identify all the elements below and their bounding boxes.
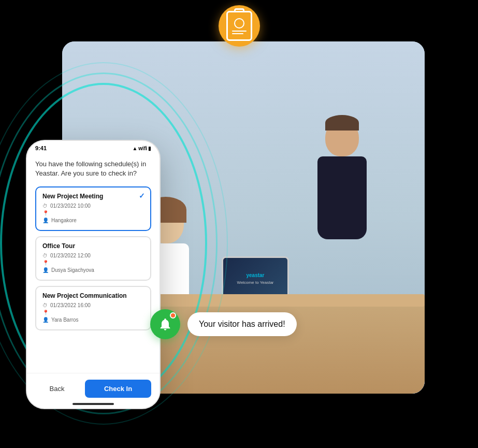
bell-icon	[150, 309, 180, 339]
badge-icon	[226, 11, 252, 41]
phone-time: 9:41	[35, 145, 47, 151]
signal-icon: ▲	[132, 146, 137, 151]
schedule-title-2: Office Tour	[42, 242, 144, 250]
bell-notification-dot	[170, 312, 176, 319]
bell-svg	[158, 317, 172, 331]
schedule-card-1[interactable]: New Project Meeting ⏱ 01/23/2022 10:00 📍…	[35, 186, 151, 231]
clock-icon-2: ⏱	[42, 253, 48, 258]
location-icon-1: 📍	[42, 210, 49, 216]
schedule-date-2: ⏱ 01/23/2022 12:00	[42, 253, 144, 258]
wifi-icon: wifi	[138, 146, 147, 151]
notification-container: Your visitor has arrived!	[150, 309, 297, 339]
clock-icon-1: ⏱	[42, 203, 48, 209]
location-icon-2: 📍	[42, 260, 49, 266]
schedule-location-1: 📍	[42, 210, 144, 216]
phone-mockup: 9:41 ▲ wifi ▮ You have the following sch…	[26, 140, 161, 409]
schedule-host-3: 👤 Yara Barros	[42, 317, 144, 323]
phone-status-bar: 9:41 ▲ wifi ▮	[27, 141, 160, 153]
person-icon-2: 👤	[42, 267, 49, 273]
location-icon-3: 📍	[42, 310, 49, 315]
schedule-location-2: 📍	[42, 260, 144, 266]
badge-icon-container	[219, 5, 260, 47]
battery-icon: ▮	[148, 146, 151, 151]
back-button[interactable]: Back	[35, 380, 79, 398]
schedule-title-3: New Project Communication	[42, 292, 144, 299]
schedule-date-3: ⏱ 01/23/2022 16:00	[42, 302, 144, 308]
schedule-host-1: 👤 Hangakore	[42, 218, 144, 223]
phone-content: You have the following schedule(s) in Ye…	[27, 153, 160, 342]
schedule-host-2: 👤 Dusya Sigachyova	[42, 267, 144, 273]
phone-title: You have the following schedule(s) in Ye…	[35, 160, 151, 178]
schedule-location-3: 📍	[42, 310, 144, 315]
clock-icon-3: ⏱	[42, 302, 48, 308]
phone-signal: ▲ wifi ▮	[132, 146, 151, 151]
schedule-date-1: ⏱ 01/23/2022 10:00	[42, 203, 144, 209]
notification-message: Your visitor has arrived!	[187, 312, 297, 336]
phone-home-indicator	[73, 403, 114, 405]
checkin-button[interactable]: Check In	[85, 380, 151, 398]
visitor-figure	[290, 119, 394, 316]
person-icon-3: 👤	[42, 317, 49, 323]
person-icon-1: 👤	[42, 218, 49, 223]
schedule-card-2[interactable]: Office Tour ⏱ 01/23/2022 12:00 📍 👤 Dusya…	[35, 236, 151, 281]
schedule-card-3[interactable]: New Project Communication ⏱ 01/23/2022 1…	[35, 286, 151, 330]
schedule-title-1: New Project Meeting	[42, 193, 144, 200]
